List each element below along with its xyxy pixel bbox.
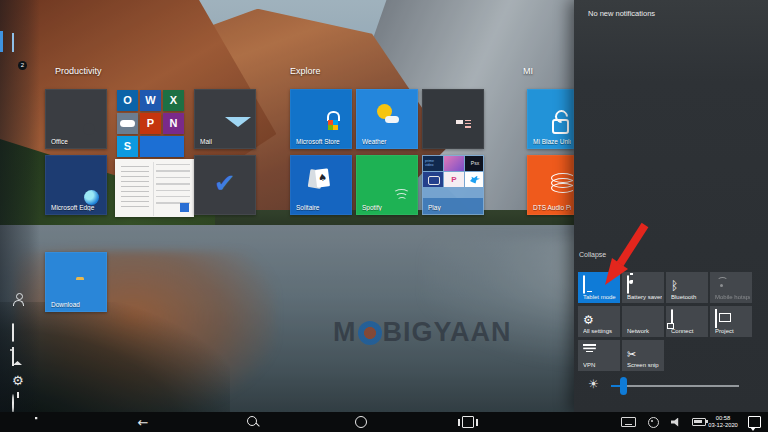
clock[interactable]: 00:58 03-12-2020 xyxy=(702,415,744,430)
prime-video-icon: prime video xyxy=(423,156,443,171)
hamburger-menu-button[interactable] xyxy=(12,9,28,23)
settings-gear-icon: ⚙ xyxy=(583,313,594,327)
connect-screen-icon xyxy=(671,309,673,328)
project-screens-icon xyxy=(715,309,717,328)
mi-video-icon xyxy=(423,172,443,187)
action-center-button[interactable] xyxy=(742,412,766,432)
tile-mi-blaze-unlock[interactable]: Mi Blaze Unlock xyxy=(527,89,574,149)
gear-icon: ⚙ xyxy=(12,373,24,388)
pinned-tiles-button[interactable] xyxy=(12,34,28,48)
brightness-slider[interactable] xyxy=(611,385,739,387)
group-title-productivity[interactable]: Productivity xyxy=(55,66,102,76)
task-view-button[interactable] xyxy=(456,412,480,432)
play-folder-icon-grid: prime video Psx P xyxy=(423,156,484,187)
onedrive-cloud-icon xyxy=(120,120,135,127)
annotation-arrow xyxy=(597,221,655,293)
live-tile-logo-chip xyxy=(180,203,189,212)
psx-icon: Psx xyxy=(465,156,484,171)
tile-live-preview[interactable] xyxy=(115,159,194,217)
quick-action-connect[interactable]: Connect xyxy=(666,306,708,337)
pictures-icon xyxy=(12,347,14,366)
tile-calendar-small[interactable] xyxy=(140,136,184,157)
documents-button[interactable] xyxy=(12,324,28,338)
pictures-button[interactable] xyxy=(12,348,28,362)
clock-time: 00:58 xyxy=(702,415,744,423)
start-button[interactable] xyxy=(28,412,52,432)
start-left-rail: 2 ⚙ xyxy=(0,0,40,412)
live-tile-text-lines xyxy=(156,164,190,204)
brightness-sun-icon: ☀ xyxy=(588,377,599,391)
game-art-icon xyxy=(444,156,464,171)
live-tile-text-lines xyxy=(121,166,149,210)
todo-check-icon: ✔ xyxy=(214,170,236,196)
brightness-slider-thumb[interactable] xyxy=(620,377,627,395)
taskbar: ← 00:58 03-12-2020 xyxy=(0,412,768,432)
back-button[interactable]: ← xyxy=(131,412,155,432)
tile-word-small[interactable]: W xyxy=(140,90,161,111)
tile-onedrive-small[interactable] xyxy=(117,113,138,134)
tile-play-folder[interactable]: prime video Psx P Play xyxy=(422,155,484,215)
watermark: M BIGYAAN xyxy=(333,317,512,348)
new-apps-badge: 2 xyxy=(18,61,27,70)
watermark-suffix: BIGYAAN xyxy=(383,317,512,348)
tile-office[interactable]: Office xyxy=(45,89,107,149)
tile-mail[interactable]: Mail xyxy=(194,89,256,149)
lock-body xyxy=(552,119,569,134)
tile-excel-small[interactable]: X xyxy=(163,90,184,111)
bluetooth-icon: ᛒ xyxy=(671,279,678,293)
tile-todo[interactable]: ✔ xyxy=(194,155,256,215)
settings-button[interactable]: ⚙ xyxy=(12,371,28,385)
quick-action-all-settings[interactable]: ⚙ All settings xyxy=(578,306,620,337)
tile-outlook-small[interactable]: O xyxy=(117,90,138,111)
onenote-icon: N xyxy=(163,113,184,134)
cortana-button[interactable] xyxy=(349,412,373,432)
tile-spotify[interactable]: Spotify xyxy=(356,155,418,215)
all-apps-button[interactable]: 2 xyxy=(12,57,28,71)
group-title-explore[interactable]: Explore xyxy=(290,66,321,76)
touch-keyboard-button[interactable] xyxy=(616,412,640,432)
tile-onenote-small[interactable]: N xyxy=(163,113,184,134)
document-icon xyxy=(12,323,14,342)
tray-app-button[interactable] xyxy=(641,412,665,432)
back-arrow-icon: ← xyxy=(138,415,149,430)
tile-download-folder[interactable]: Download xyxy=(45,252,107,312)
action-center-icon xyxy=(748,416,761,428)
tile-microsoft-edge[interactable]: Microsoft Edge xyxy=(45,155,107,215)
tablet-mode-icon xyxy=(583,275,585,294)
search-icon xyxy=(247,416,257,426)
scissors-icon: ✂ xyxy=(627,348,636,361)
tile-solitaire[interactable]: ♠ Solitaire xyxy=(290,155,352,215)
tile-powerpoint-small[interactable]: P xyxy=(140,113,161,134)
tile-dts-audio[interactable]: DTS Audio Pro xyxy=(527,155,574,215)
power-button[interactable] xyxy=(12,395,28,409)
tile-skype-small[interactable]: S xyxy=(117,136,138,157)
quick-action-vpn[interactable]: VPN xyxy=(578,340,620,371)
cloud-icon xyxy=(385,116,399,123)
picsart-icon: P xyxy=(444,172,464,187)
skype-icon: S xyxy=(117,136,138,157)
windows-logo-icon xyxy=(35,417,40,422)
group-title-mi[interactable]: MI xyxy=(523,66,533,76)
volume-button[interactable] xyxy=(664,412,688,432)
pinned-tiles-icon xyxy=(12,33,14,52)
user-account-button[interactable] xyxy=(12,293,28,307)
tray-circle-icon xyxy=(648,417,659,428)
power-icon xyxy=(12,394,14,413)
no-notifications-text: No new notifications xyxy=(588,9,655,18)
twitter-icon xyxy=(465,172,484,187)
tile-microsoft-store[interactable]: Microsoft Store xyxy=(290,89,352,149)
quick-action-screen-snip[interactable]: ✂ Screen snip xyxy=(622,340,664,371)
quick-action-mobile-hotspot[interactable]: Mobile hotspot xyxy=(710,272,752,303)
excel-icon: X xyxy=(163,90,184,111)
outlook-icon: O xyxy=(117,90,138,111)
quick-action-network[interactable]: Network xyxy=(622,306,664,337)
live-tile-divider xyxy=(153,162,154,216)
tile-news[interactable] xyxy=(422,89,484,149)
tile-weather[interactable]: Weather xyxy=(356,89,418,149)
watermark-prefix: M xyxy=(333,317,357,348)
action-center-panel: No new notifications Collapse Tablet mod… xyxy=(574,0,768,412)
clock-date: 03-12-2020 xyxy=(702,422,744,430)
quick-action-project[interactable]: Project xyxy=(710,306,752,337)
quick-action-bluetooth[interactable]: ᛒ Bluetooth xyxy=(666,272,708,303)
search-button[interactable] xyxy=(241,412,265,432)
